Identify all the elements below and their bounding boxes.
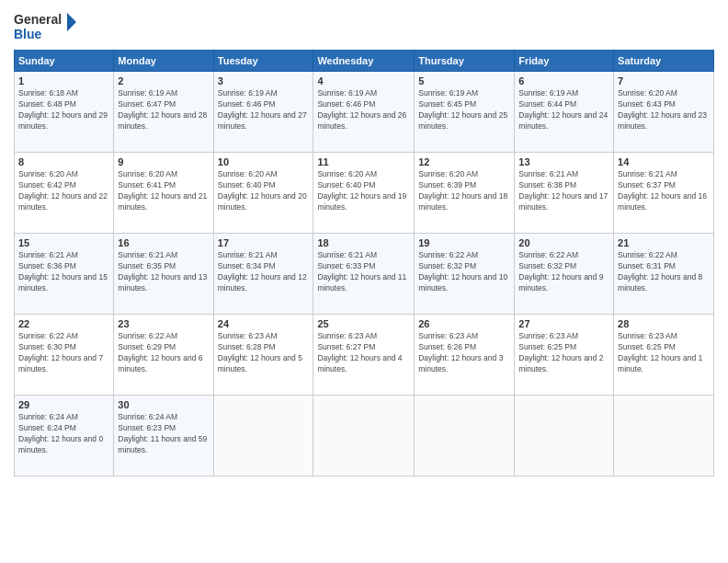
- day-content: Sunrise: 6:19 AMSunset: 6:44 PMDaylight:…: [518, 88, 609, 132]
- calendar-cell: [415, 396, 515, 477]
- day-number: 30: [118, 399, 209, 410]
- calendar-cell: 25Sunrise: 6:23 AMSunset: 6:27 PMDayligh…: [313, 315, 415, 396]
- calendar-cell: 15Sunrise: 6:21 AMSunset: 6:36 PMDayligh…: [15, 234, 114, 315]
- day-number: 16: [118, 237, 209, 248]
- day-content: Sunrise: 6:21 AMSunset: 6:38 PMDaylight:…: [518, 169, 609, 213]
- calendar-cell: 11Sunrise: 6:20 AMSunset: 6:40 PMDayligh…: [313, 153, 415, 234]
- day-number: 20: [518, 237, 609, 248]
- calendar-cell: 23Sunrise: 6:22 AMSunset: 6:29 PMDayligh…: [114, 315, 213, 396]
- day-number: 12: [418, 156, 510, 167]
- calendar-cell: 5Sunrise: 6:19 AMSunset: 6:45 PMDaylight…: [415, 72, 515, 153]
- day-number: 15: [18, 237, 109, 248]
- day-number: 6: [518, 75, 609, 86]
- calendar-cell: 17Sunrise: 6:21 AMSunset: 6:34 PMDayligh…: [213, 234, 313, 315]
- calendar-cell: 18Sunrise: 6:21 AMSunset: 6:33 PMDayligh…: [313, 234, 415, 315]
- day-number: 2: [118, 75, 209, 86]
- day-content: Sunrise: 6:20 AMSunset: 6:41 PMDaylight:…: [118, 169, 209, 213]
- day-content: Sunrise: 6:23 AMSunset: 6:28 PMDaylight:…: [218, 331, 310, 375]
- logo: GeneralBlue: [14, 9, 78, 42]
- day-content: Sunrise: 6:21 AMSunset: 6:37 PMDaylight:…: [618, 169, 710, 213]
- calendar-cell: [313, 396, 415, 477]
- svg-text:General: General: [14, 12, 62, 27]
- calendar-cell: 28Sunrise: 6:23 AMSunset: 6:25 PMDayligh…: [614, 315, 714, 396]
- day-number: 19: [418, 237, 510, 248]
- day-content: Sunrise: 6:23 AMSunset: 6:25 PMDaylight:…: [518, 331, 609, 375]
- day-content: Sunrise: 6:21 AMSunset: 6:35 PMDaylight:…: [118, 250, 209, 294]
- calendar-week-5: 29Sunrise: 6:24 AMSunset: 6:24 PMDayligh…: [15, 396, 714, 477]
- day-content: Sunrise: 6:19 AMSunset: 6:47 PMDaylight:…: [118, 88, 209, 132]
- calendar-cell: 21Sunrise: 6:22 AMSunset: 6:31 PMDayligh…: [614, 234, 714, 315]
- weekday-header-monday: Monday: [114, 51, 213, 72]
- calendar-cell: 30Sunrise: 6:24 AMSunset: 6:23 PMDayligh…: [114, 396, 213, 477]
- calendar-cell: 2Sunrise: 6:19 AMSunset: 6:47 PMDaylight…: [114, 72, 213, 153]
- day-content: Sunrise: 6:23 AMSunset: 6:26 PMDaylight:…: [418, 331, 510, 375]
- calendar-cell: 19Sunrise: 6:22 AMSunset: 6:32 PMDayligh…: [415, 234, 515, 315]
- day-content: Sunrise: 6:20 AMSunset: 6:39 PMDaylight:…: [418, 169, 510, 213]
- calendar-cell: 20Sunrise: 6:22 AMSunset: 6:32 PMDayligh…: [515, 234, 614, 315]
- day-number: 25: [317, 318, 410, 329]
- day-content: Sunrise: 6:23 AMSunset: 6:27 PMDaylight:…: [317, 331, 410, 375]
- day-number: 27: [518, 318, 609, 329]
- day-number: 29: [18, 399, 109, 410]
- calendar-cell: 3Sunrise: 6:19 AMSunset: 6:46 PMDaylight…: [213, 72, 313, 153]
- day-content: Sunrise: 6:21 AMSunset: 6:34 PMDaylight:…: [218, 250, 310, 294]
- day-number: 10: [218, 156, 310, 167]
- day-number: 22: [18, 318, 109, 329]
- day-number: 7: [618, 75, 710, 86]
- day-number: 14: [618, 156, 710, 167]
- day-content: Sunrise: 6:20 AMSunset: 6:42 PMDaylight:…: [18, 169, 109, 213]
- day-number: 11: [317, 156, 410, 167]
- logo-svg: GeneralBlue: [14, 9, 78, 42]
- day-number: 17: [218, 237, 310, 248]
- day-number: 23: [118, 318, 209, 329]
- day-number: 13: [518, 156, 609, 167]
- day-content: Sunrise: 6:19 AMSunset: 6:46 PMDaylight:…: [218, 88, 310, 132]
- calendar-cell: 12Sunrise: 6:20 AMSunset: 6:39 PMDayligh…: [415, 153, 515, 234]
- weekday-header-row: SundayMondayTuesdayWednesdayThursdayFrid…: [15, 51, 714, 72]
- day-number: 26: [418, 318, 510, 329]
- day-number: 8: [18, 156, 109, 167]
- day-content: Sunrise: 6:23 AMSunset: 6:25 PMDaylight:…: [618, 331, 710, 375]
- calendar-cell: [515, 396, 614, 477]
- day-number: 4: [317, 75, 410, 86]
- calendar-cell: 7Sunrise: 6:20 AMSunset: 6:43 PMDaylight…: [614, 72, 714, 153]
- day-content: Sunrise: 6:20 AMSunset: 6:40 PMDaylight:…: [218, 169, 310, 213]
- calendar-cell: [213, 396, 313, 477]
- calendar-cell: 4Sunrise: 6:19 AMSunset: 6:46 PMDaylight…: [313, 72, 415, 153]
- calendar-week-2: 8Sunrise: 6:20 AMSunset: 6:42 PMDaylight…: [15, 153, 714, 234]
- calendar-cell: 1Sunrise: 6:18 AMSunset: 6:48 PMDaylight…: [15, 72, 114, 153]
- calendar-cell: [614, 396, 714, 477]
- calendar-week-3: 15Sunrise: 6:21 AMSunset: 6:36 PMDayligh…: [15, 234, 714, 315]
- calendar-cell: 16Sunrise: 6:21 AMSunset: 6:35 PMDayligh…: [114, 234, 213, 315]
- page-container: GeneralBlue SundayMondayTuesdayWednesday…: [0, 0, 728, 563]
- weekday-header-wednesday: Wednesday: [313, 51, 415, 72]
- day-content: Sunrise: 6:21 AMSunset: 6:33 PMDaylight:…: [317, 250, 410, 294]
- calendar-table: SundayMondayTuesdayWednesdayThursdayFrid…: [14, 50, 714, 477]
- calendar-cell: 24Sunrise: 6:23 AMSunset: 6:28 PMDayligh…: [213, 315, 313, 396]
- day-content: Sunrise: 6:21 AMSunset: 6:36 PMDaylight:…: [18, 250, 109, 294]
- day-number: 1: [18, 75, 109, 86]
- day-content: Sunrise: 6:19 AMSunset: 6:45 PMDaylight:…: [418, 88, 510, 132]
- day-content: Sunrise: 6:22 AMSunset: 6:30 PMDaylight:…: [18, 331, 109, 375]
- weekday-header-tuesday: Tuesday: [213, 51, 313, 72]
- weekday-header-sunday: Sunday: [15, 51, 114, 72]
- calendar-cell: 8Sunrise: 6:20 AMSunset: 6:42 PMDaylight…: [15, 153, 114, 234]
- calendar-cell: 6Sunrise: 6:19 AMSunset: 6:44 PMDaylight…: [515, 72, 614, 153]
- weekday-header-friday: Friday: [515, 51, 614, 72]
- day-number: 18: [317, 237, 410, 248]
- day-number: 9: [118, 156, 209, 167]
- day-number: 5: [418, 75, 510, 86]
- day-content: Sunrise: 6:18 AMSunset: 6:48 PMDaylight:…: [18, 88, 109, 132]
- calendar-cell: 9Sunrise: 6:20 AMSunset: 6:41 PMDaylight…: [114, 153, 213, 234]
- calendar-cell: 27Sunrise: 6:23 AMSunset: 6:25 PMDayligh…: [515, 315, 614, 396]
- calendar-cell: 10Sunrise: 6:20 AMSunset: 6:40 PMDayligh…: [213, 153, 313, 234]
- svg-marker-2: [67, 13, 76, 31]
- calendar-cell: 29Sunrise: 6:24 AMSunset: 6:24 PMDayligh…: [15, 396, 114, 477]
- calendar-week-1: 1Sunrise: 6:18 AMSunset: 6:48 PMDaylight…: [15, 72, 714, 153]
- weekday-header-thursday: Thursday: [415, 51, 515, 72]
- day-content: Sunrise: 6:24 AMSunset: 6:24 PMDaylight:…: [18, 412, 109, 456]
- calendar-week-4: 22Sunrise: 6:22 AMSunset: 6:30 PMDayligh…: [15, 315, 714, 396]
- day-content: Sunrise: 6:19 AMSunset: 6:46 PMDaylight:…: [317, 88, 410, 132]
- day-content: Sunrise: 6:22 AMSunset: 6:32 PMDaylight:…: [518, 250, 609, 294]
- day-content: Sunrise: 6:22 AMSunset: 6:29 PMDaylight:…: [118, 331, 209, 375]
